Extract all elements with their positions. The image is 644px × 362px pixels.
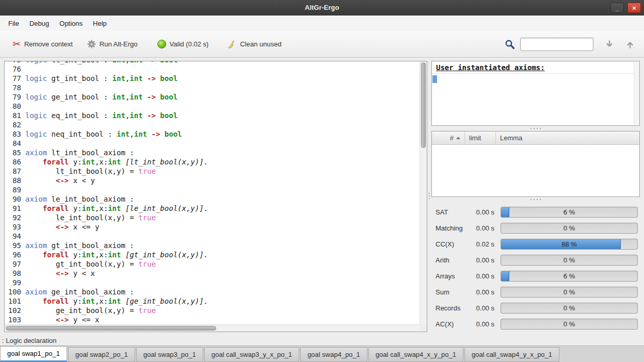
valid-status-label: Valid (0.02 s) <box>170 40 209 48</box>
clean-unused-button[interactable]: Clean unused <box>225 37 284 52</box>
minimize-button[interactable]: _ <box>610 3 624 13</box>
stat-percent-label: 88 % <box>501 239 637 249</box>
code-line: 89 <box>5 185 420 194</box>
stat-row-arrays: Arrays0.00 s6 % <box>436 268 639 284</box>
menu-item-debug[interactable]: Debug <box>24 15 54 31</box>
line-number: 81 <box>5 111 25 120</box>
menu-item-help[interactable]: Help <box>88 15 112 31</box>
vertical-pane-splitter[interactable] <box>427 61 431 332</box>
editor-vertical-scrollbar[interactable] <box>420 61 427 324</box>
editor-horizontal-scrollbar[interactable] <box>5 324 420 332</box>
line-number: 92 <box>5 213 25 222</box>
stat-percent-label: 0 % <box>501 255 637 265</box>
code-line-text: logic lt_int_bool : int,int -> bool <box>25 61 178 64</box>
line-number: 77 <box>5 74 25 83</box>
axioms-scrollbar[interactable] <box>634 62 639 125</box>
line-number: 86 <box>5 157 25 167</box>
pane-handle-bottom[interactable] <box>431 197 640 202</box>
tab-goal-swap4-po-1[interactable]: goal swap4_po_1 <box>300 347 367 362</box>
stat-time: 0.00 s <box>470 208 494 216</box>
column-number-label: # <box>450 134 454 142</box>
app-window: AltGr-Ergo _ × FileDebugOptionsHelp ✂ Re… <box>0 0 644 362</box>
sort-ascending-icon <box>456 137 460 139</box>
stat-label: AC(X) <box>436 320 470 328</box>
code-line: 79logic ge_int_bool : int,int -> bool <box>5 92 420 102</box>
stat-time: 0.00 s <box>470 256 494 264</box>
code-line: 92 le_int_bool(x,y) = true <box>5 213 420 222</box>
stat-label: Arrays <box>436 272 470 280</box>
code-editor[interactable]: 75logic lt_int_bool : int,int -> bool767… <box>4 61 427 332</box>
line-number: 103 <box>5 315 25 324</box>
code-line: 96 forall y:int,x:int [gt_int_bool(x,y)]… <box>5 250 420 259</box>
line-number: 88 <box>5 176 25 185</box>
code-line: 101 forall y:int,x:int [ge_int_bool(x,y)… <box>5 297 420 306</box>
stat-row-matching: Matching0.00 s0 % <box>436 220 639 236</box>
clean-unused-label: Clean unused <box>240 40 281 48</box>
remove-context-button[interactable]: ✂ Remove context <box>9 36 76 52</box>
run-altergo-button[interactable]: Run Alt-Ergo <box>84 37 141 52</box>
code-line: 91 forall y:int,x:int [le_int_bool(x,y)]… <box>5 204 420 213</box>
arrow-down-icon <box>605 40 614 49</box>
stat-time: 0.00 s <box>470 272 494 280</box>
code-line: 100axiom ge_int_bool_axiom : <box>5 287 420 297</box>
line-number: 84 <box>5 139 25 148</box>
arrow-up-icon <box>625 40 635 49</box>
code-line-text: forall y:int,x:int [gt_int_bool(x,y)]. <box>25 250 208 259</box>
code-line-text: logic ge_int_bool : int,int -> bool <box>25 92 178 102</box>
stat-row-sat: SAT0.00 s6 % <box>436 204 639 220</box>
code-line: 86 forall y:int,x:int [lt_int_bool(x,y)]… <box>5 157 420 167</box>
tab-goal-swap2-po-1[interactable]: goal swap2_po_1 <box>68 347 135 362</box>
code-line: 88 <-> x < y <box>5 176 420 185</box>
tab-goal-call-swap4-x-y-po-1[interactable]: goal call_swap4_x_y_po_1 <box>368 347 463 362</box>
stat-percent-label: 6 % <box>501 271 637 281</box>
toolbar: ✂ Remove context Run Alt-Ergo Valid (0.0… <box>0 31 644 58</box>
code-line: 95axiom gt_int_bool_axiom : <box>5 241 420 250</box>
menu-item-options[interactable]: Options <box>54 15 88 31</box>
line-number: 85 <box>5 148 25 157</box>
line-number: 101 <box>5 297 25 306</box>
stat-row-ac-x: AC(X)0.00 s0 % <box>436 316 639 332</box>
code-line-text: logic gt_int_bool : int,int -> bool <box>25 74 178 83</box>
column-header-number[interactable]: # <box>432 131 465 144</box>
stat-row-sum: Sum0.00 s0 % <box>436 284 639 300</box>
line-number: 87 <box>5 167 25 176</box>
column-header-limit[interactable]: limit <box>465 131 496 144</box>
stat-progressbar: 0 % <box>501 303 638 314</box>
code-line: 84 <box>5 139 420 148</box>
jump-up-button[interactable] <box>625 40 635 49</box>
vertical-scroll-thumb[interactable] <box>421 62 426 148</box>
column-lemma-label: Lemma <box>500 134 522 142</box>
menu-item-file[interactable]: File <box>3 15 24 31</box>
code-line-text: ge_int_bool(x,y) = true <box>25 306 156 315</box>
code-line-text: logic eq_int_bool : int,int -> bool <box>25 111 178 120</box>
stat-progressbar: 6 % <box>501 207 638 218</box>
lemma-table-body[interactable] <box>432 145 639 196</box>
scissors-icon: ✂ <box>12 39 21 49</box>
tab-goal-swap3-po-1[interactable]: goal swap3_po_1 <box>136 347 203 362</box>
line-number: 95 <box>5 241 25 250</box>
code-line-text: forall y:int,x:int [le_int_bool(x,y)]. <box>25 204 208 213</box>
window-controls: _ × <box>610 3 641 13</box>
code-viewport: 75logic lt_int_bool : int,int -> bool767… <box>5 61 420 324</box>
horizontal-scroll-thumb[interactable] <box>6 326 216 331</box>
stat-progressbar: 0 % <box>501 287 638 298</box>
status-text: : Logic declaration <box>2 337 57 344</box>
axioms-selected-row[interactable] <box>432 75 437 83</box>
line-number: 99 <box>5 278 25 287</box>
tab-goal-call-swap4-y-x-po-1[interactable]: goal call_swap4_y_x_po_1 <box>464 347 559 362</box>
close-button[interactable]: × <box>627 3 641 13</box>
lemma-table-header: # limit Lemma <box>432 131 639 145</box>
tab-goal-swap1-po-1[interactable]: goal swap1_po_1 <box>0 346 67 362</box>
search-icon[interactable] <box>505 39 515 50</box>
code-line: 94 <box>5 232 420 241</box>
column-limit-label: limit <box>469 134 481 142</box>
stat-time: 0.00 s <box>470 320 494 328</box>
pane-handle-top[interactable] <box>431 126 640 131</box>
stat-label: CC(X) <box>436 240 470 248</box>
search-input[interactable] <box>520 38 593 51</box>
column-header-lemma[interactable]: Lemma <box>496 131 639 144</box>
tab-goal-call-swap3-y-x-po-1[interactable]: goal call_swap3_y_x_po_1 <box>204 347 299 362</box>
stat-percent-label: 6 % <box>501 207 637 217</box>
stats-list: SAT0.00 s6 %Matching0.00 s0 %CC(X)0.02 s… <box>431 202 640 332</box>
jump-down-button[interactable] <box>605 40 614 49</box>
